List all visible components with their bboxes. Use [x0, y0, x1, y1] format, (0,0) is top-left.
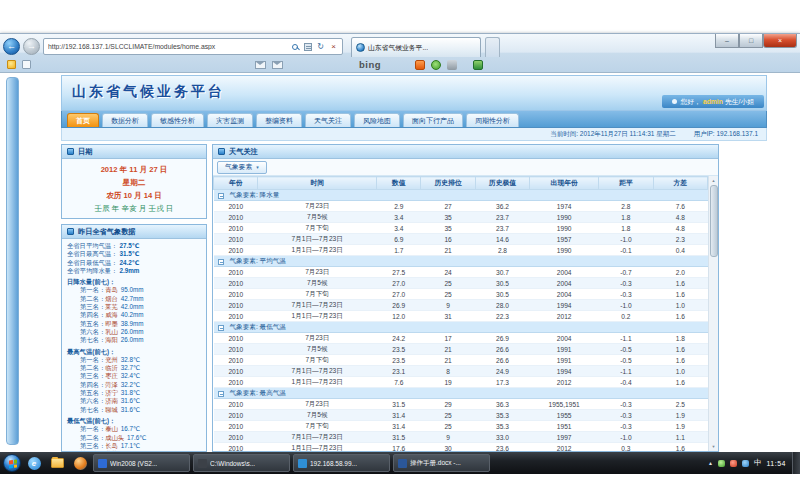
scroll-up-icon[interactable]: ▲	[709, 176, 719, 185]
new-tab-button[interactable]	[485, 37, 500, 57]
table-cell: 2010	[214, 223, 258, 234]
scrollbar-thumb[interactable]	[710, 185, 718, 257]
rank-value: 95.0mm	[121, 286, 144, 293]
nav-item-9[interactable]: 周期性分析	[466, 113, 519, 127]
element-filter-button[interactable]: 气象要素 ▾	[217, 161, 267, 174]
section-row[interactable]: 气象要素: 平均气温	[214, 256, 708, 267]
chevron-down-icon: ▾	[256, 164, 259, 170]
minimize-button[interactable]: –	[715, 34, 739, 48]
table-row[interactable]: 20107月23日2.92736.219742.87.6	[214, 201, 708, 212]
section-row[interactable]: 气象要素: 降水量	[214, 190, 708, 201]
table-row[interactable]: 20107月1日—7月23日23.1824.91994-1.11.0	[214, 366, 708, 377]
browser-tab[interactable]: 山东省气候业务平...	[351, 37, 481, 57]
taskbar-task-3[interactable]: 192.168.58.99...	[293, 454, 390, 472]
suggested-sites-icon[interactable]	[22, 60, 31, 69]
rank-station: 长岛	[105, 442, 118, 449]
taskbar-task-4[interactable]: 操作手册.docx -...	[393, 454, 490, 472]
nav-item-2[interactable]: 数据分析	[102, 113, 148, 127]
mail-icon-2[interactable]	[272, 61, 283, 69]
nav-item-8[interactable]: 面向下行产品	[403, 113, 463, 127]
table-row[interactable]: 20107月5候3.43523.719901.84.8	[214, 212, 708, 223]
url-text[interactable]: http://192.168.137.1/SLCCLIMATE/modules/…	[48, 43, 288, 50]
table-row[interactable]: 20107月1日—7月23日6.91614.61957-1.02.3	[214, 234, 708, 245]
table-cell: 30	[421, 443, 475, 452]
section-row[interactable]: 气象要素: 最低气温	[214, 322, 708, 333]
nav-item-6[interactable]: 天气关注	[305, 113, 351, 127]
bing-logo[interactable]: bing	[359, 59, 381, 70]
nav-item-5[interactable]: 整编资料	[256, 113, 302, 127]
site-title: 山东省气候业务平台	[72, 83, 225, 101]
table-row[interactable]: 20101月1日—7月23日12.03122.320120.21.6	[214, 311, 708, 322]
table-row[interactable]: 20107月23日24.21726.92004-1.11.8	[214, 333, 708, 344]
section-cell[interactable]: 气象要素: 平均气温	[214, 256, 708, 267]
paw-icon[interactable]	[431, 60, 441, 70]
table-cell: 8	[421, 366, 475, 377]
collapse-icon[interactable]	[218, 259, 224, 265]
rank-station: 兖州	[105, 356, 118, 363]
refresh-button[interactable]: ↻	[314, 39, 327, 54]
rank-value: 40.2mm	[121, 311, 144, 318]
dictionary-tile-icon[interactable]	[415, 60, 425, 70]
table-row[interactable]: 20107月下旬27.02530.52004-0.31.6	[214, 289, 708, 300]
table-row[interactable]: 20101月1日—7月23日7.61917.32012-0.41.6	[214, 377, 708, 388]
rank-group-title: 日降水量(前七)：	[67, 278, 204, 286]
stop-button[interactable]: ×	[327, 39, 340, 54]
media-player-quicklaunch[interactable]	[70, 454, 90, 472]
table-row[interactable]: 20107月下旬31.42535.31951-0.31.9	[214, 421, 708, 432]
compatibility-view-button[interactable]	[301, 39, 314, 54]
collapse-icon[interactable]	[218, 325, 224, 331]
rank-label: 第六名：	[80, 397, 105, 404]
focus-icon	[218, 148, 225, 155]
tree-icon[interactable]	[473, 60, 483, 70]
scroll-down-icon[interactable]: ▼	[709, 442, 719, 451]
table-row[interactable]: 20107月1日—7月23日31.5933.01997-1.01.1	[214, 432, 708, 443]
rank-label: 第三名：	[80, 303, 105, 310]
start-button[interactable]	[3, 454, 21, 472]
ie-quicklaunch[interactable]: e	[24, 454, 44, 472]
table-row[interactable]: 20107月23日27.52430.72004-0.72.0	[214, 267, 708, 278]
antivirus-tray-icon[interactable]	[718, 460, 725, 467]
sidebar-collapse-strip[interactable]	[6, 77, 19, 445]
section-cell[interactable]: 气象要素: 最高气温	[214, 388, 708, 399]
taskbar-clock[interactable]: 11:54	[767, 460, 787, 467]
table-row[interactable]: 20107月下旬23.52126.61991-0.51.6	[214, 355, 708, 366]
close-button[interactable]: ×	[763, 34, 797, 48]
explorer-quicklaunch[interactable]	[47, 454, 67, 472]
table-row[interactable]: 20107月1日—7月23日26.9928.01994-1.01.0	[214, 300, 708, 311]
section-cell[interactable]: 气象要素: 最低气温	[214, 322, 708, 333]
back-button[interactable]: ←	[3, 38, 20, 55]
table-row[interactable]: 20107月下旬3.43523.719901.84.8	[214, 223, 708, 234]
table-row[interactable]: 20107月5候27.02530.52004-0.31.6	[214, 278, 708, 289]
show-desktop-button[interactable]	[792, 452, 800, 474]
mail-icon[interactable]	[255, 61, 266, 69]
table-scrollbar[interactable]: ▲ ▼	[708, 176, 718, 451]
table-row[interactable]: 20107月23日31.52936.31955,1951-0.32.5	[214, 399, 708, 410]
nav-item-4[interactable]: 灾害监测	[207, 113, 253, 127]
collapse-icon[interactable]	[218, 193, 224, 199]
nav-item-1[interactable]: 首页	[67, 113, 99, 127]
table-row[interactable]: 20101月1日—7月23日1.7212.81990-0.10.4	[214, 245, 708, 256]
rank-line: 第三名：长岛17.1℃	[67, 442, 204, 450]
nav-item-7[interactable]: 风险地图	[354, 113, 400, 127]
favorites-star-icon[interactable]	[7, 60, 16, 69]
table-cell: 1997	[530, 432, 599, 443]
nav-item-3[interactable]: 敏感性分析	[151, 113, 204, 127]
table-row[interactable]: 20107月5候23.52126.61991-0.51.6	[214, 344, 708, 355]
security-tray-icon[interactable]	[730, 460, 737, 467]
forward-button[interactable]: →	[23, 38, 40, 55]
search-icon[interactable]	[288, 39, 301, 54]
section-row[interactable]: 气象要素: 最高气温	[214, 388, 708, 399]
maximize-button[interactable]: □	[739, 34, 763, 48]
table-row[interactable]: 20107月5候31.42535.31955-0.31.9	[214, 410, 708, 421]
network-tray-icon[interactable]	[742, 460, 749, 467]
taskbar-task-1[interactable]: Win2008 (VS2...	[93, 454, 190, 472]
table-cell: 2010	[214, 432, 258, 443]
collapse-icon[interactable]	[218, 391, 224, 397]
language-indicator[interactable]: 中	[754, 458, 762, 468]
snapshot-icon[interactable]	[447, 60, 457, 70]
table-row[interactable]: 20101月1日—7月23日17.63023.620120.31.6	[214, 443, 708, 452]
taskbar-task-2[interactable]: C:\Windows\s...	[193, 454, 290, 472]
section-cell[interactable]: 气象要素: 降水量	[214, 190, 708, 201]
hidden-icons-button[interactable]: ▲	[708, 460, 713, 466]
address-bar[interactable]: http://192.168.137.1/SLCCLIMATE/modules/…	[43, 38, 343, 55]
